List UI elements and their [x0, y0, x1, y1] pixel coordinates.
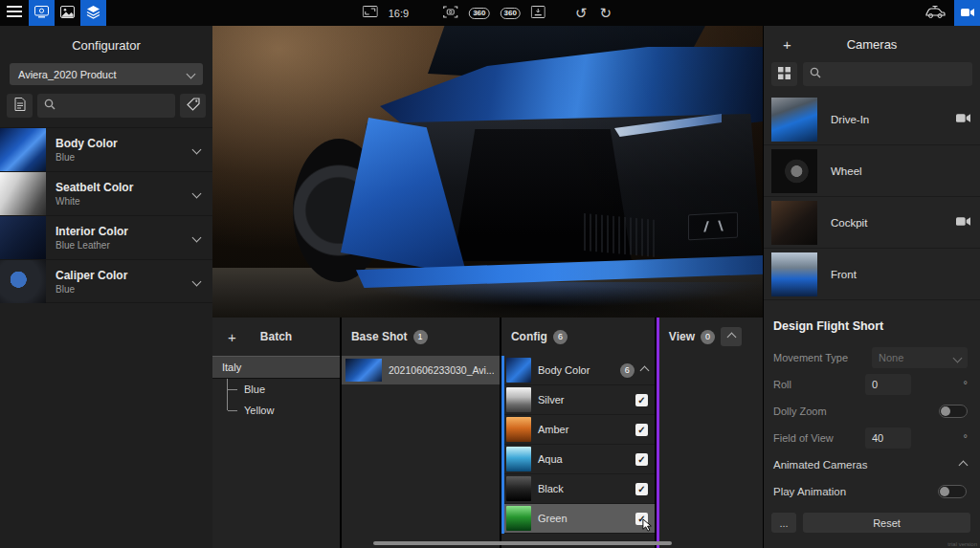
config-count-badge: 6 — [553, 330, 568, 344]
config-group-thumbnail — [506, 358, 531, 383]
bottom-strip: + Batch Italy Blue Yellow Base Shot 1 20… — [212, 318, 763, 548]
interior-color-thumbnail — [0, 216, 46, 259]
chevron-up-icon — [959, 460, 969, 470]
configurator-toolbar — [7, 94, 206, 118]
add-camera-button[interactable]: + — [783, 36, 791, 53]
viewport-3d[interactable] — [212, 26, 763, 318]
animated-cameras-section[interactable]: Animated Cameras — [764, 451, 980, 478]
camera-item-front[interactable]: Front — [764, 249, 980, 300]
batch-child-blue[interactable]: Blue — [227, 379, 340, 400]
config-group-label: Body Color — [538, 364, 613, 376]
capture-360-video-button[interactable]: 360 — [501, 0, 521, 26]
config-item-amber[interactable]: Amber ✓ — [504, 415, 655, 445]
reset-button[interactable]: Reset — [803, 513, 970, 533]
base-shot-item[interactable]: 20210606233030_Avi... — [342, 356, 500, 384]
config-item-aqua[interactable]: Aqua ✓ — [504, 445, 655, 474]
camera-item-wheel[interactable]: Wheel — [764, 145, 980, 197]
seatbelt-color-thumbnail — [0, 172, 46, 215]
view-panel: View 0 — [657, 318, 763, 548]
config-item-green[interactable]: Green ✓ — [504, 504, 655, 534]
camera-item-cockpit[interactable]: Cockpit — [764, 197, 980, 249]
option-caliper-color[interactable]: Caliper Color Blue — [0, 259, 212, 303]
search-icon — [44, 99, 56, 113]
hamburger-icon — [7, 6, 22, 20]
dolly-zoom-label: Dolly Zoom — [773, 406, 865, 417]
batch-item-italy[interactable]: Italy — [212, 356, 340, 379]
play-animation-row: Play Animation — [764, 478, 980, 505]
config-item-black[interactable]: Black ✓ — [504, 474, 655, 504]
frame-capture-icon — [531, 6, 546, 21]
field-of-view-label: Field of View — [773, 432, 865, 444]
preset-file-button[interactable] — [7, 94, 33, 118]
checkbox-checked[interactable]: ✓ — [635, 483, 648, 495]
product-select-value: Aviera_2020 Product — [18, 69, 117, 80]
capture-360-button[interactable]: 360 — [469, 0, 489, 26]
dolly-zoom-row: Dolly Zoom — [764, 398, 980, 425]
topbar-right — [916, 0, 980, 26]
checkbox-checked[interactable]: ✓ — [635, 424, 648, 436]
tag-filter-button[interactable] — [180, 94, 206, 118]
menu-button[interactable] — [0, 0, 29, 26]
checkbox-checked[interactable]: ✓ — [635, 513, 648, 525]
camera-label: Drive-In — [831, 114, 943, 125]
movement-type-value: None — [879, 352, 903, 363]
color-thumbnail-black — [506, 476, 531, 501]
image-mode-button[interactable] — [55, 0, 80, 26]
config-group-count-badge: 6 — [620, 363, 635, 378]
config-group-body-color[interactable]: Body Color 6 — [504, 356, 655, 385]
screenshot-button[interactable] — [443, 0, 458, 26]
option-interior-color[interactable]: Interior Color Blue Leather — [0, 215, 212, 259]
camera-item-drive-in[interactable]: Drive-In — [764, 94, 980, 145]
camera-thumbnail — [771, 201, 817, 245]
base-shot-count-badge: 1 — [413, 330, 428, 344]
collapse-strip-button[interactable] — [721, 327, 742, 346]
movement-type-select[interactable]: None — [872, 347, 968, 368]
batch-child-yellow[interactable]: Yellow — [227, 400, 340, 421]
add-batch-button[interactable]: + — [228, 329, 236, 345]
tag-filter-icon — [187, 98, 200, 114]
screenshot-icon — [443, 6, 458, 21]
play-animation-toggle[interactable] — [938, 485, 967, 498]
aspect-ratio-button[interactable] — [363, 0, 378, 26]
redo-button[interactable]: ↻ — [598, 6, 612, 20]
option-label: Interior Color — [56, 225, 193, 238]
field-of-view-row: Field of View ° — [764, 425, 980, 451]
redo-icon: ↻ — [599, 5, 612, 21]
config-panel: Config 6 Body Color 6 Silver ✓ Amber ✓ — [501, 318, 655, 548]
animated-cameras-label: Animated Cameras — [773, 459, 867, 471]
more-options-button[interactable]: ... — [771, 513, 796, 533]
config-item-silver[interactable]: Silver ✓ — [504, 385, 655, 415]
undo-button[interactable]: ↺ — [574, 6, 589, 20]
layers-mode-button[interactable] — [80, 0, 106, 26]
camera-settings: Design Flight Short Movement Type None R… — [764, 300, 980, 548]
cameras-search — [803, 62, 972, 86]
dolly-zoom-toggle[interactable] — [939, 405, 968, 418]
field-of-view-unit: ° — [964, 432, 968, 444]
camera-view-button[interactable] — [954, 0, 980, 26]
camera-label: Cockpit — [831, 217, 943, 229]
product-select[interactable]: Aviera_2020 Product — [10, 63, 203, 85]
layers-icon — [86, 5, 100, 22]
config-item-label: Aqua — [538, 453, 629, 465]
video-camera-icon — [961, 6, 974, 20]
roll-input[interactable] — [865, 374, 911, 395]
option-seatbelt-color[interactable]: Seatbelt Color White — [0, 171, 212, 215]
config-item-label: Silver — [538, 394, 629, 406]
grid-view-button[interactable] — [771, 62, 797, 86]
vehicle-rig-button[interactable] — [916, 0, 954, 26]
configurator-mode-button[interactable] — [29, 0, 55, 26]
image-icon — [60, 6, 75, 21]
field-of-view-input[interactable] — [865, 427, 911, 449]
chevron-down-icon — [192, 189, 202, 199]
checkbox-checked[interactable]: ✓ — [635, 394, 648, 406]
option-body-color[interactable]: Body Color Blue — [0, 127, 212, 171]
horizontal-scrollbar[interactable] — [373, 541, 672, 545]
camera-thumbnail — [771, 98, 817, 142]
configurator-search-input[interactable] — [60, 100, 168, 112]
frame-capture-button[interactable] — [531, 0, 546, 26]
color-thumbnail-amber — [506, 417, 531, 442]
cameras-search-input[interactable] — [826, 69, 966, 80]
checkbox-checked[interactable]: ✓ — [635, 453, 648, 466]
chevron-down-icon — [953, 353, 963, 362]
camera-label: Wheel — [831, 165, 970, 177]
